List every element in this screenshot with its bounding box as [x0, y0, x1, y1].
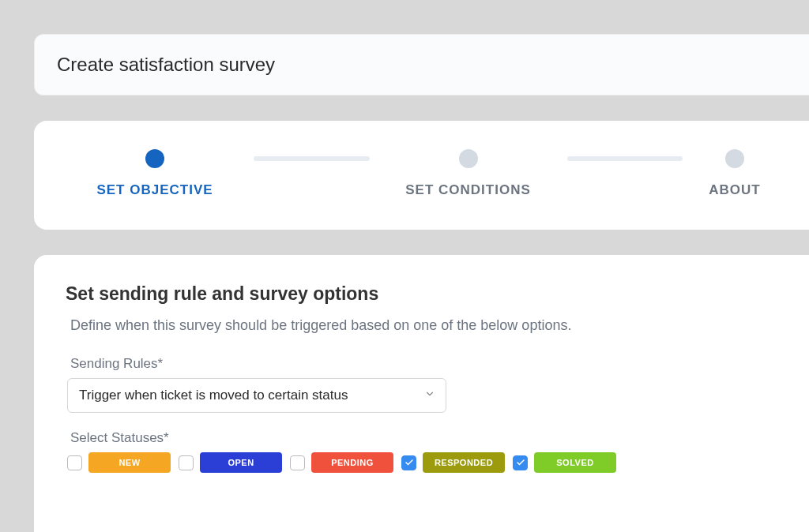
page-title: Create satisfaction survey — [57, 54, 787, 76]
sending-rules-label: Sending Rules* — [66, 356, 777, 372]
status-item: SOLVED — [513, 452, 616, 473]
sending-rules-select-wrap: Trigger when ticket is moved to certain … — [67, 378, 446, 413]
status-pill[interactable]: PENDING — [311, 452, 393, 473]
form-card: Set sending rule and survey options Defi… — [34, 255, 809, 532]
status-pill[interactable]: NEW — [88, 452, 171, 473]
stepper-connector — [254, 156, 370, 161]
stepper: SET OBJECTIVE SET CONDITIONS ABOUT — [66, 149, 777, 198]
stepper-step-label: SET CONDITIONS — [405, 182, 531, 198]
statuses-label: Select Statuses* — [66, 430, 777, 446]
stepper-dot-icon — [725, 149, 744, 168]
stepper-step-label: ABOUT — [709, 182, 760, 198]
section-description: Define when this survey should be trigge… — [66, 317, 777, 334]
stepper-dot-icon — [459, 149, 478, 168]
stepper-card: SET OBJECTIVE SET CONDITIONS ABOUT — [34, 121, 809, 230]
page-title-bar: Create satisfaction survey — [34, 34, 809, 96]
status-pill[interactable]: OPEN — [200, 452, 282, 473]
status-checkbox[interactable] — [290, 455, 305, 470]
statuses-row: NEWOPENPENDINGRESPONDEDSOLVED — [66, 452, 777, 473]
status-checkbox[interactable] — [513, 455, 528, 470]
status-item: OPEN — [179, 452, 282, 473]
status-item: NEW — [67, 452, 171, 473]
stepper-dot-icon — [145, 149, 164, 168]
status-pill[interactable]: SOLVED — [534, 452, 616, 473]
status-checkbox[interactable] — [179, 455, 194, 470]
status-checkbox[interactable] — [67, 455, 82, 470]
status-item: RESPONDED — [401, 452, 505, 473]
stepper-step-objective[interactable]: SET OBJECTIVE — [66, 149, 244, 198]
sending-rules-select[interactable]: Trigger when ticket is moved to certain … — [67, 378, 446, 413]
stepper-step-conditions[interactable]: SET CONDITIONS — [379, 149, 558, 198]
section-title: Set sending rule and survey options — [66, 283, 777, 305]
stepper-step-about[interactable]: ABOUT — [692, 149, 777, 198]
status-pill[interactable]: RESPONDED — [423, 452, 505, 473]
status-item: PENDING — [290, 452, 393, 473]
stepper-connector — [567, 156, 683, 161]
status-checkbox[interactable] — [401, 455, 416, 470]
stepper-step-label: SET OBJECTIVE — [96, 182, 213, 198]
